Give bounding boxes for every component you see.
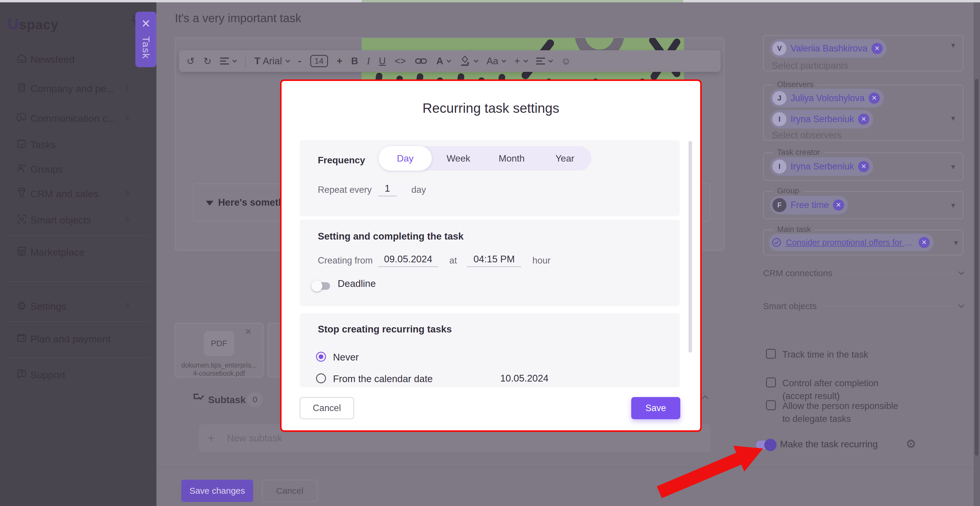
app-logo[interactable]: Uspacy xyxy=(7,14,59,33)
observers-placeholder: Select observers xyxy=(772,130,842,141)
attachment-pdf-card[interactable]: ✕ PDF dokumen.tips_enterpris... 4-course… xyxy=(175,323,263,378)
main-task-link[interactable]: Consider promotional offers for the ne..… xyxy=(786,238,915,247)
chevron-down-icon xyxy=(285,58,290,62)
crm-connections-label: CRM connections xyxy=(763,268,832,278)
sidebar-item-tasks[interactable]: Tasks xyxy=(0,134,156,155)
highlight-color-button[interactable] xyxy=(459,55,478,67)
calendar-date-value[interactable]: 10.05.2024 xyxy=(500,373,549,384)
sidebar-item-groups[interactable]: Groups xyxy=(0,159,156,179)
sidebar-item-company[interactable]: Company and pe... xyxy=(0,78,156,99)
avatar: I xyxy=(772,112,786,126)
group-field[interactable]: Group F Free time ✕ ▾ xyxy=(763,191,963,219)
link-icon[interactable] xyxy=(415,56,428,66)
attachment-filename-line1: dokumen.tips_enterpris... xyxy=(175,362,263,369)
save-changes-button[interactable]: Save changes xyxy=(181,480,253,502)
redo-icon[interactable]: ↻ xyxy=(204,56,212,67)
insert-button[interactable]: + xyxy=(514,56,527,67)
crm-connections-section[interactable]: CRM connections xyxy=(763,267,963,279)
dropdown-arrow-icon[interactable]: ▾ xyxy=(951,200,955,210)
remove-chip-icon[interactable]: ✕ xyxy=(872,43,883,54)
remove-attachment-icon[interactable]: ✕ xyxy=(245,327,252,336)
dropdown-arrow-icon[interactable]: ▾ xyxy=(951,40,955,50)
tab-year[interactable]: Year xyxy=(538,146,592,171)
sidebar-item-support[interactable]: Support xyxy=(0,365,156,385)
main-task-chip[interactable]: Consider promotional offers for the ne..… xyxy=(769,234,934,251)
emoji-icon[interactable]: ☺ xyxy=(561,56,571,67)
sidebar-item-communication[interactable]: Communication c... xyxy=(0,108,156,128)
modal-save-button[interactable]: Save xyxy=(631,397,680,419)
annotation-arrow xyxy=(654,438,770,503)
radio-calendar-date[interactable] xyxy=(316,373,326,383)
triangle-down-icon[interactable] xyxy=(206,201,213,206)
task-creator-field[interactable]: Task creator I Iryna Serbeniuk ✕ ▾ xyxy=(763,152,963,181)
group-chip[interactable]: F Free time ✕ xyxy=(770,196,848,214)
text-case-button[interactable]: Aa xyxy=(487,56,506,67)
italic-button[interactable]: I xyxy=(367,56,370,67)
checkbox-icon[interactable] xyxy=(766,349,776,359)
deadline-toggle[interactable] xyxy=(313,282,330,290)
close-icon[interactable]: ✕ xyxy=(135,18,156,29)
track-time-option[interactable]: Track time in the task xyxy=(766,348,868,361)
remove-chip-icon[interactable]: ✕ xyxy=(858,114,869,125)
checkbox-icon[interactable] xyxy=(766,378,776,387)
dropdown-arrow-icon[interactable]: ▾ xyxy=(951,113,955,123)
setting-completing-card: Setting and completing the task Creating… xyxy=(300,220,680,306)
collapse-section-icon[interactable] xyxy=(702,395,709,402)
main-task-field[interactable]: Main task Consider promotional offers fo… xyxy=(763,230,963,255)
creating-from-time-input[interactable]: 04:15 PM xyxy=(467,254,521,267)
tab-month[interactable]: Month xyxy=(485,146,538,171)
sidebar-item-smart-objects[interactable]: Smart objects xyxy=(0,210,156,230)
task-tab[interactable]: ✕ Task xyxy=(135,12,156,67)
remove-chip-icon[interactable]: ✕ xyxy=(858,161,869,172)
smart-objects-section[interactable]: Smart objects xyxy=(763,300,963,312)
tab-week[interactable]: Week xyxy=(432,146,485,171)
checkbox-icon[interactable] xyxy=(766,400,776,410)
sidebar-item-marketplace[interactable]: Marketplace xyxy=(0,242,156,262)
remove-chip-icon[interactable]: ✕ xyxy=(833,200,844,211)
code-button[interactable]: <> xyxy=(395,56,406,67)
line-height-button[interactable] xyxy=(220,56,236,66)
font-size-decrease-button[interactable]: - xyxy=(298,56,301,67)
dropdown-arrow-icon[interactable]: ▾ xyxy=(951,162,955,171)
tab-day[interactable]: Day xyxy=(379,146,432,171)
remove-chip-icon[interactable]: ✕ xyxy=(869,93,880,104)
observer-chip[interactable]: J Juliya Voloshylova ✕ xyxy=(770,89,884,108)
remove-chip-icon[interactable]: ✕ xyxy=(919,237,930,248)
observer-chip[interactable]: I Iryna Serbeniuk ✕ xyxy=(770,110,873,128)
storefront-icon xyxy=(15,246,28,258)
sidebar-item-crm[interactable]: CRM and sales xyxy=(0,184,156,204)
bold-button[interactable]: B xyxy=(351,56,358,67)
align-button[interactable] xyxy=(536,56,552,66)
page-scrollbar-thumb[interactable] xyxy=(975,79,978,456)
chevron-down-icon xyxy=(232,58,237,62)
chevron-down-icon xyxy=(548,58,553,62)
group-name: Free time xyxy=(791,200,829,210)
radio-never[interactable] xyxy=(316,352,326,362)
top-edge-strip-green xyxy=(362,0,683,2)
font-size-increase-button[interactable]: + xyxy=(337,56,342,67)
control-after-completion-option[interactable]: Control after completion (accept result) xyxy=(766,377,908,403)
font-color-button[interactable]: A xyxy=(436,56,450,67)
sidebar-item-settings[interactable]: ⚙ Settings xyxy=(0,296,156,316)
participants-field[interactable]: V Valeriia Bashkirova ✕ Select participa… xyxy=(763,35,963,71)
creating-from-date-input[interactable]: 09.05.2024 xyxy=(378,254,438,267)
underline-button[interactable]: U xyxy=(379,56,386,67)
repeat-interval-input[interactable]: 1 xyxy=(378,183,397,196)
add-subtask-icon[interactable]: + xyxy=(208,431,215,445)
dropdown-arrow-icon[interactable]: ▾ xyxy=(954,238,958,247)
undo-icon[interactable]: ↺ xyxy=(186,56,195,67)
modal-scrollbar-thumb[interactable] xyxy=(689,141,692,353)
participant-chip[interactable]: V Valeriia Bashkirova ✕ xyxy=(770,39,887,58)
sidebar-item-plan-payment[interactable]: Plan and payment xyxy=(0,329,156,349)
font-size-value[interactable]: 14 xyxy=(310,55,328,67)
allow-delegate-option[interactable]: Allow the person responsible to delegate… xyxy=(766,400,908,425)
task-creator-chip[interactable]: I Iryna Serbeniuk ✕ xyxy=(770,157,873,176)
font-name: Arial xyxy=(262,56,282,67)
hour-label: hour xyxy=(532,255,550,266)
sidebar-item-newsfeed[interactable]: Newsfeed xyxy=(0,49,156,70)
recurring-settings-gear-icon[interactable]: ⚙ xyxy=(906,437,916,450)
font-family-button[interactable]: TArial xyxy=(255,56,289,67)
observers-field[interactable]: Observers J Juliya Voloshylova ✕ I Iryna… xyxy=(763,85,963,141)
page-cancel-button[interactable]: Cancel xyxy=(262,480,318,502)
modal-cancel-button[interactable]: Cancel xyxy=(300,397,354,419)
